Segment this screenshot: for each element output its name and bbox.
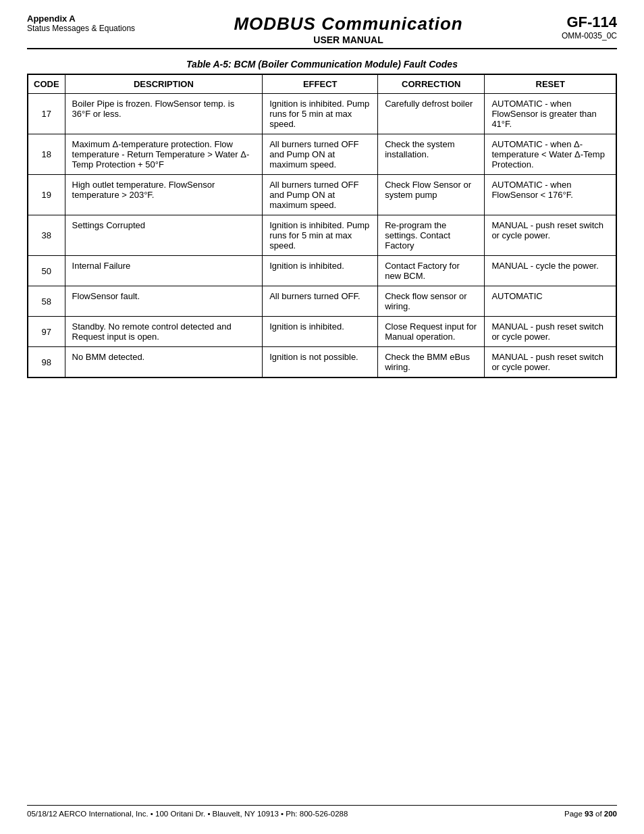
page-num: 93 [585, 810, 593, 818]
cell-description: High outlet temperature. FlowSensor temp… [65, 175, 263, 215]
col-correction: CORRECTION [378, 74, 485, 94]
cell-code: 97 [28, 317, 65, 347]
page-total: 200 [604, 810, 617, 818]
cell-code: 38 [28, 215, 65, 256]
header-left: Appendix A Status Messages & Equations [27, 14, 135, 33]
cell-correction: Check Flow Sensor or system pump [378, 175, 485, 215]
page-of: of [593, 810, 604, 818]
cell-effect: All burners turned OFF. [263, 286, 378, 317]
footer-left-text: 05/18/12 AERCO International, Inc. • 100… [27, 810, 348, 818]
cell-correction: Contact Factory for new BCM. [378, 256, 485, 286]
cell-code: 19 [28, 175, 65, 215]
cell-effect: Ignition is inhibited. [263, 317, 378, 347]
gf-number: GF-114 [562, 14, 617, 31]
page-header: Appendix A Status Messages & Equations M… [27, 14, 617, 49]
header-title: MODBUS Communication [234, 14, 462, 34]
cell-description: Boiler Pipe is frozen. FlowSensor temp. … [65, 94, 263, 134]
table-row: 98No BMM detected.Ignition is not possib… [28, 347, 616, 378]
cell-effect: All burners turned OFF and Pump ON at ma… [263, 175, 378, 215]
cell-effect: Ignition is inhibited. [263, 256, 378, 286]
header-subtitle: Status Messages & Equations [27, 24, 135, 33]
page-number: Page 93 of 200 [564, 810, 617, 818]
col-effect: EFFECT [263, 74, 378, 94]
cell-reset: AUTOMATIC - when FlowSensor < 176°F. [485, 175, 616, 215]
cell-code: 17 [28, 94, 65, 134]
cell-reset: MANUAL - cycle the power. [485, 256, 616, 286]
header-right: GF-114 OMM-0035_0C [562, 14, 617, 41]
col-reset: RESET [485, 74, 616, 94]
cell-description: FlowSensor fault. [65, 286, 263, 317]
communication-text: Communication [316, 14, 463, 34]
cell-effect: Ignition is inhibited. Pump runs for 5 m… [263, 94, 378, 134]
cell-correction: Re-program the settings. Contact Factory [378, 215, 485, 256]
table-row: 97Standby. No remote control detected an… [28, 317, 616, 347]
table-row: 58FlowSensor fault.All burners turned OF… [28, 286, 616, 317]
cell-correction: Check the BMM eBus wiring. [378, 347, 485, 378]
cell-reset: AUTOMATIC - when Δ-temperature < Water Δ… [485, 134, 616, 175]
table-caption: Table A-5: BCM (Boiler Communication Mod… [27, 59, 617, 70]
col-description: DESCRIPTION [65, 74, 263, 94]
table-header-row: CODE DESCRIPTION EFFECT CORRECTION RESET [28, 74, 616, 94]
omm-number: OMM-0035_0C [562, 31, 617, 41]
appendix-label: Appendix A [27, 14, 135, 24]
page-label: Page [564, 810, 585, 818]
table-row: 38Settings CorruptedIgnition is inhibite… [28, 215, 616, 256]
cell-reset: MANUAL - push reset switch or cycle powe… [485, 317, 616, 347]
cell-effect: Ignition is not possible. [263, 347, 378, 378]
page-footer: 05/18/12 AERCO International, Inc. • 100… [27, 805, 617, 818]
table-row: 50Internal FailureIgnition is inhibited.… [28, 256, 616, 286]
cell-description: Standby. No remote control detected and … [65, 317, 263, 347]
cell-correction: Close Request input for Manual operation… [378, 317, 485, 347]
user-manual-label: USER MANUAL [234, 34, 462, 45]
cell-effect: All burners turned OFF and Pump ON at ma… [263, 134, 378, 175]
header-center: MODBUS Communication USER MANUAL [234, 14, 462, 45]
col-code: CODE [28, 74, 65, 94]
cell-code: 58 [28, 286, 65, 317]
table-row: 17Boiler Pipe is frozen. FlowSensor temp… [28, 94, 616, 134]
cell-reset: AUTOMATIC - when FlowSensor is greater t… [485, 94, 616, 134]
cell-code: 18 [28, 134, 65, 175]
cell-correction: Check the system installation. [378, 134, 485, 175]
cell-description: No BMM detected. [65, 347, 263, 378]
cell-reset: MANUAL - push reset switch or cycle powe… [485, 215, 616, 256]
cell-effect: Ignition is inhibited. Pump runs for 5 m… [263, 215, 378, 256]
cell-description: Settings Corrupted [65, 215, 263, 256]
table-row: 18Maximum Δ-temperature protection. Flow… [28, 134, 616, 175]
cell-description: Maximum Δ-temperature protection. Flow t… [65, 134, 263, 175]
cell-code: 50 [28, 256, 65, 286]
modbus-text: MODBUS [234, 14, 316, 34]
cell-description: Internal Failure [65, 256, 263, 286]
cell-correction: Carefully defrost boiler [378, 94, 485, 134]
fault-codes-table: CODE DESCRIPTION EFFECT CORRECTION RESET… [27, 74, 617, 378]
cell-reset: AUTOMATIC [485, 286, 616, 317]
cell-reset: MANUAL - push reset switch or cycle powe… [485, 347, 616, 378]
cell-correction: Check flow sensor or wiring. [378, 286, 485, 317]
cell-code: 98 [28, 347, 65, 378]
table-row: 19High outlet temperature. FlowSensor te… [28, 175, 616, 215]
